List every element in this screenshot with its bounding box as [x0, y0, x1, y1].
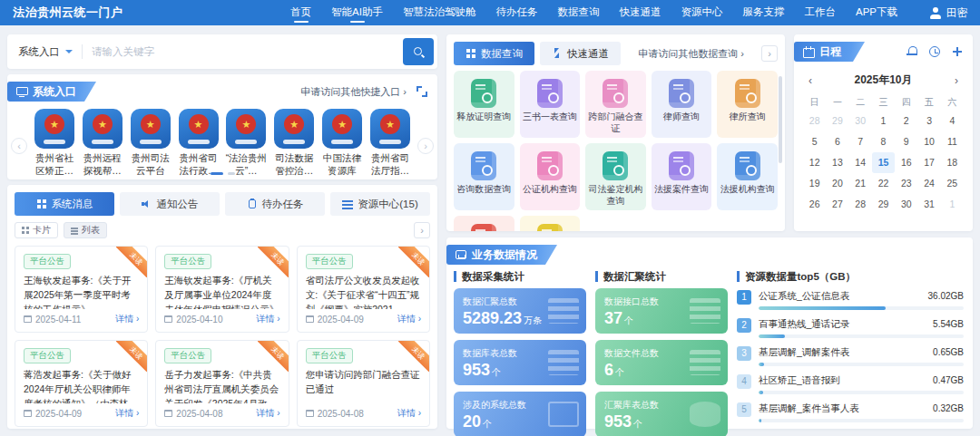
query-tile[interactable]: 律师查询 [652, 71, 712, 138]
calendar-day[interactable]: 29 [826, 111, 848, 131]
calendar-day[interactable]: 29 [872, 194, 895, 215]
calendar-day[interactable]: 28 [849, 194, 872, 215]
add-event-button[interactable] [951, 45, 964, 58]
nav-item[interactable]: 待办任务 [487, 4, 545, 23]
app-shortcut[interactable]: ★贵州司法云平台 [127, 109, 174, 177]
calendar-day[interactable]: 31 [917, 194, 940, 215]
message-card[interactable]: 平台公告王海钦发起事务:《厅机关及厅属事业单位2024年度未休年休假申报情况公示… [155, 246, 289, 333]
calendar-day[interactable]: 11 [941, 131, 964, 152]
scrollbar-thumb[interactable] [779, 76, 782, 163]
calendar-day[interactable]: 21 [849, 173, 872, 194]
view-card-button[interactable]: 卡片 [15, 222, 58, 238]
calendar-day[interactable]: 1 [872, 111, 895, 131]
calendar-day[interactable]: 6 [826, 131, 848, 152]
app-shortcut[interactable]: ★贵州省社区矫正… [31, 109, 78, 177]
fullscreen-icon[interactable] [416, 85, 428, 98]
detail-link[interactable]: 详情 [397, 407, 421, 420]
query-more-link[interactable]: 申请访问其他数据查询 [638, 47, 744, 61]
calendar-day[interactable]: 8 [872, 131, 895, 152]
tab-speaker[interactable]: 通知公告 [120, 192, 220, 216]
calendar-day[interactable]: 25 [941, 173, 964, 194]
top5-row[interactable]: 1公证系统_公证信息表36.02GB [737, 290, 964, 310]
calendar-day[interactable]: 18 [941, 152, 964, 173]
query-next-button[interactable]: › [761, 45, 778, 62]
messages-next-button[interactable]: › [414, 222, 430, 238]
nav-item[interactable]: 快速通道 [611, 4, 669, 23]
calendar-day[interactable]: 7 [849, 131, 872, 152]
nav-item[interactable]: 服务支撑 [734, 4, 792, 23]
top5-row[interactable]: 2百事通热线_通话记录5.54GB [737, 318, 964, 338]
query-tile[interactable]: 三书一表查询 [520, 71, 581, 138]
nav-item[interactable]: 数据查询 [549, 4, 607, 23]
message-card[interactable]: 平台公告王海钦发起事务:《关于开展2025年第一季度平时考核的工作提示》2025… [15, 246, 148, 333]
query-tab-bolt[interactable]: 快速通道 [540, 42, 621, 65]
query-tile[interactable]: 法援案件查询 [652, 143, 712, 210]
calendar-day[interactable]: 22 [872, 173, 895, 194]
prev-month-button[interactable]: ‹ [803, 74, 818, 87]
tab-list[interactable]: 资源中心(15) [330, 192, 430, 216]
nav-item[interactable]: 资源中心 [672, 4, 730, 23]
calendar-day[interactable]: 3 [917, 111, 940, 131]
query-tile[interactable] [520, 216, 581, 231]
view-list-button[interactable]: 列表 [64, 222, 107, 238]
calendar-day[interactable]: 9 [895, 131, 917, 152]
query-tile[interactable]: 法援机构查询 [717, 143, 778, 210]
detail-link[interactable]: 详情 [397, 313, 421, 325]
calendar-day[interactable]: 2 [895, 111, 917, 131]
carousel-prev-button[interactable]: ‹ [11, 138, 27, 154]
detail-link[interactable]: 详情 [257, 407, 280, 420]
carousel-dot[interactable] [228, 172, 235, 175]
clock-icon[interactable] [928, 45, 941, 58]
top5-row[interactable]: 5基层调解_案件当事人表0.32GB [737, 402, 964, 422]
query-tile[interactable]: 咨询数据查询 [454, 143, 514, 210]
calendar-day[interactable]: 12 [803, 152, 826, 173]
query-tile[interactable]: 跨部门融合查证 [585, 71, 646, 138]
nav-item[interactable]: 首页 [282, 4, 319, 23]
user-menu[interactable]: 田密 [929, 6, 967, 20]
calendar-day[interactable]: 30 [895, 194, 917, 215]
nav-item[interactable]: 工作台 [796, 4, 844, 23]
calendar-day[interactable]: 14 [849, 152, 872, 173]
top5-row[interactable]: 3基层调解_调解案件表0.65GB [737, 346, 964, 366]
app-shortcut[interactable]: ★中国法律资源库 [318, 109, 366, 177]
query-tile[interactable] [454, 216, 514, 231]
nav-item[interactable]: 智慧法治驾驶舱 [395, 4, 485, 23]
calendar-day[interactable]: 5 [803, 131, 826, 152]
calendar-day[interactable]: 17 [917, 152, 940, 173]
app-shortcut[interactable]: ★贵州远程探视帮… [79, 109, 126, 177]
tab-clipboard[interactable]: 待办任务 [225, 192, 325, 216]
query-tile[interactable]: 司法鉴定机构查询 [585, 143, 646, 210]
calendar-day[interactable]: 4 [941, 111, 964, 131]
calendar-day[interactable]: 26 [803, 194, 826, 215]
search-category-select[interactable]: 系统入口 [18, 45, 73, 59]
search-button[interactable] [403, 38, 434, 65]
nav-item[interactable]: 智能AI助手 [323, 4, 391, 23]
detail-link[interactable]: 详情 [115, 407, 139, 420]
app-shortcut[interactable]: ★司法数据管控治… [270, 109, 318, 177]
query-tile[interactable]: 释放证明查询 [454, 71, 514, 138]
calendar-day[interactable]: 24 [917, 173, 940, 194]
query-tile[interactable]: 公证机构查询 [520, 143, 581, 210]
app-shortcut[interactable]: ★贵州省司法行政… [175, 109, 222, 177]
calendar-day[interactable]: 10 [917, 131, 940, 152]
message-card[interactable]: 平台公告您申请访问跨部门融合查证已通过2025-04-08详情未读 [297, 340, 430, 427]
tab-grid[interactable]: 系统消息 [15, 192, 114, 216]
message-card[interactable]: 平台公告省司法厅公文收发员发起收文:《关于征求省“十四五”规划《纲要》实施202… [297, 246, 430, 333]
calendar-day[interactable]: 20 [826, 173, 848, 194]
calendar-day[interactable]: 19 [803, 173, 826, 194]
detail-link[interactable]: 详情 [115, 313, 139, 325]
calendar-day[interactable]: 13 [826, 152, 848, 173]
calendar-day[interactable]: 28 [803, 111, 826, 131]
calendar-day[interactable]: 30 [849, 111, 872, 131]
carousel-next-button[interactable]: › [417, 138, 434, 154]
calendar-day[interactable]: 16 [895, 152, 917, 173]
top5-row[interactable]: 4社区矫正_语音报到0.47GB [737, 374, 964, 394]
carousel-dot[interactable] [211, 172, 223, 175]
calendar-day[interactable]: 27 [826, 194, 848, 215]
entrance-more-link[interactable]: 申请访问其他快捷入口 [300, 85, 407, 99]
next-month-button[interactable]: › [949, 74, 964, 87]
search-input[interactable] [92, 46, 403, 57]
calendar-day[interactable]: 23 [895, 173, 917, 194]
calendar-day-selected[interactable]: 15 [872, 152, 895, 173]
calendar-day[interactable]: 1 [941, 194, 964, 215]
